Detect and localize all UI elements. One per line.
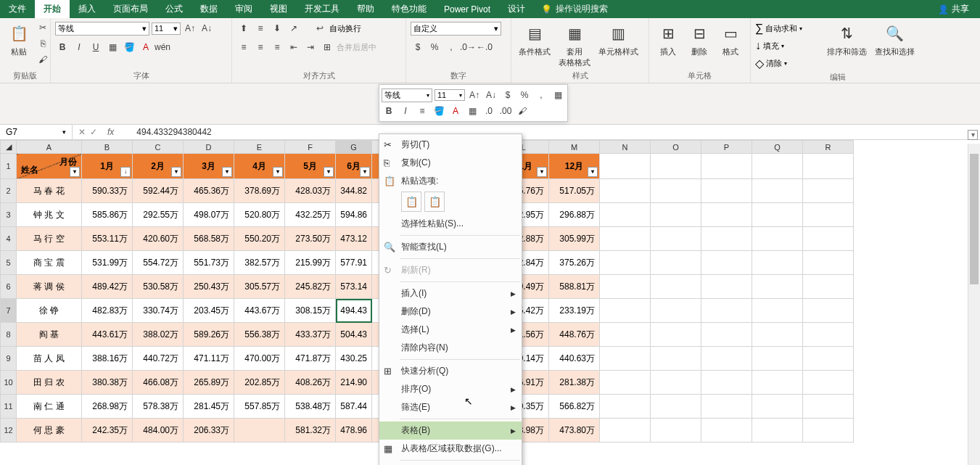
empty-cell[interactable] [752, 251, 803, 275]
orientation-icon[interactable]: ↗ [287, 21, 301, 36]
dec-decimal-icon[interactable]: .00 [498, 104, 513, 118]
data-cell[interactable]: 465.36万 [184, 179, 234, 203]
fill-color-button[interactable]: 🪣 [432, 104, 446, 118]
inc-decimal-icon[interactable]: .0 [482, 104, 496, 118]
col-header[interactable]: D [184, 141, 234, 154]
data-cell[interactable] [234, 419, 285, 443]
shrink-font-icon[interactable]: A↓ [484, 88, 498, 102]
ctx-smart-lookup[interactable]: 🔍智能查找(L) [379, 238, 522, 256]
expand-formula-icon[interactable]: ▾ [968, 130, 978, 140]
row-header[interactable]: 3 [1, 203, 17, 227]
align-middle-icon[interactable]: ≡ [253, 21, 268, 36]
phonetic-button[interactable]: wén [155, 40, 170, 54]
row-header[interactable]: 9 [1, 347, 17, 371]
empty-cell[interactable] [752, 275, 803, 299]
month-header[interactable]: 3月▾ [184, 154, 234, 179]
ctx-filter[interactable]: 筛选(E)▶ [379, 398, 522, 416]
border-button[interactable]: ▦ [465, 104, 479, 118]
empty-cell[interactable] [600, 299, 651, 323]
indent-inc-icon[interactable]: ⇥ [303, 40, 318, 54]
empty-cell[interactable] [651, 251, 701, 275]
empty-cell[interactable] [600, 154, 651, 179]
ctx-get-data[interactable]: ▦从表格/区域获取数据(G)... [379, 440, 522, 458]
wrap-text-icon[interactable]: ↩ [313, 21, 327, 36]
empty-cell[interactable] [752, 395, 803, 419]
filter-icon[interactable]: ▾ [70, 167, 80, 177]
empty-cell[interactable] [752, 179, 803, 203]
empty-cell[interactable] [803, 179, 854, 203]
empty-cell[interactable] [600, 347, 651, 371]
data-cell[interactable]: 242.35万 [82, 419, 133, 443]
empty-cell[interactable] [651, 299, 701, 323]
fill-color-button[interactable]: 🪣 [122, 40, 136, 54]
tab-formula[interactable]: 公式 [157, 0, 192, 18]
autosum-button[interactable]: ∑自动求和▾ [755, 20, 822, 36]
inc-decimal-icon[interactable]: .0→ [461, 40, 475, 54]
format-painter-icon[interactable]: 🖌 [36, 52, 50, 67]
name-cell[interactable]: 钟 兆 文 [17, 203, 82, 227]
empty-cell[interactable] [803, 419, 854, 443]
empty-cell[interactable] [600, 275, 651, 299]
grow-font-icon[interactable]: A↑ [467, 88, 482, 102]
dec-decimal-icon[interactable]: ←.0 [477, 40, 492, 54]
formula-bar[interactable]: 494.433294380442 [118, 127, 229, 137]
align-right-icon[interactable]: ≡ [270, 40, 284, 54]
empty-cell[interactable] [651, 323, 701, 347]
empty-cell[interactable] [651, 203, 701, 227]
conditional-format-button[interactable]: ▤条件格式 [516, 20, 553, 59]
data-cell[interactable]: 268.98万 [82, 395, 133, 419]
cut-icon[interactable]: ✂ [36, 20, 50, 35]
find-select-button[interactable]: 🔍查找和选择 [872, 20, 918, 59]
empty-cell[interactable] [752, 203, 803, 227]
ctx-table[interactable]: 表格(B)▶ [379, 421, 522, 440]
data-cell[interactable]: 557.85万 [234, 395, 285, 419]
empty-cell[interactable] [803, 299, 854, 323]
name-cell[interactable]: 阎 基 [17, 323, 82, 347]
empty-cell[interactable] [600, 395, 651, 419]
col-header[interactable]: M [549, 141, 600, 154]
row-header[interactable]: 5 [1, 251, 17, 275]
data-cell[interactable]: 448.76万 [549, 323, 600, 347]
col-header[interactable]: Q [752, 141, 803, 154]
tab-help[interactable]: 帮助 [348, 0, 383, 18]
ctx-insert[interactable]: 插入(I)▶ [379, 284, 522, 303]
data-cell[interactable]: 587.44 [336, 395, 372, 419]
data-cell[interactable]: 566.82万 [549, 395, 600, 419]
empty-cell[interactable] [752, 154, 803, 179]
row-header[interactable]: 1 [1, 154, 17, 179]
bold-button[interactable]: B [55, 40, 70, 54]
data-cell[interactable]: 530.58万 [133, 275, 184, 299]
italic-button[interactable]: I [72, 40, 86, 54]
align-bottom-icon[interactable]: ⬇ [270, 21, 284, 36]
row-header[interactable]: 6 [1, 275, 17, 299]
bold-button[interactable]: B [382, 104, 396, 118]
col-header[interactable]: B [82, 141, 133, 154]
empty-cell[interactable] [600, 251, 651, 275]
data-cell[interactable]: 538.48万 [285, 395, 336, 419]
data-cell[interactable]: 470.00万 [234, 347, 285, 371]
empty-cell[interactable] [803, 347, 854, 371]
name-cell[interactable]: 苗 人 凤 [17, 347, 82, 371]
percent-icon[interactable]: % [517, 88, 532, 102]
number-format-combo[interactable]: 自定义▾ [411, 22, 501, 36]
row-header[interactable]: 12 [1, 419, 17, 443]
tab-view[interactable]: 视图 [261, 0, 296, 18]
underline-button[interactable]: U [88, 40, 103, 54]
empty-cell[interactable] [803, 371, 854, 395]
tab-layout[interactable]: 页面布局 [104, 0, 157, 18]
data-cell[interactable]: 577.91 [336, 251, 372, 275]
data-cell[interactable]: 428.03万 [285, 179, 336, 203]
row-header[interactable]: 4 [1, 227, 17, 251]
data-cell[interactable]: 590.33万 [82, 179, 133, 203]
empty-cell[interactable] [803, 395, 854, 419]
filter-icon[interactable]: ↓ [120, 167, 131, 177]
data-cell[interactable]: 553.11万 [82, 227, 133, 251]
data-cell[interactable]: 578.38万 [133, 395, 184, 419]
empty-cell[interactable] [803, 323, 854, 347]
month-header[interactable]: 12月▾ [549, 154, 600, 179]
empty-cell[interactable] [701, 395, 752, 419]
filter-icon[interactable]: ▾ [537, 167, 547, 177]
ctx-cut[interactable]: ✂剪切(T) [379, 136, 522, 154]
name-cell[interactable]: 何 思 豪 [17, 419, 82, 443]
format-painter-icon[interactable]: 🖌 [515, 104, 530, 118]
